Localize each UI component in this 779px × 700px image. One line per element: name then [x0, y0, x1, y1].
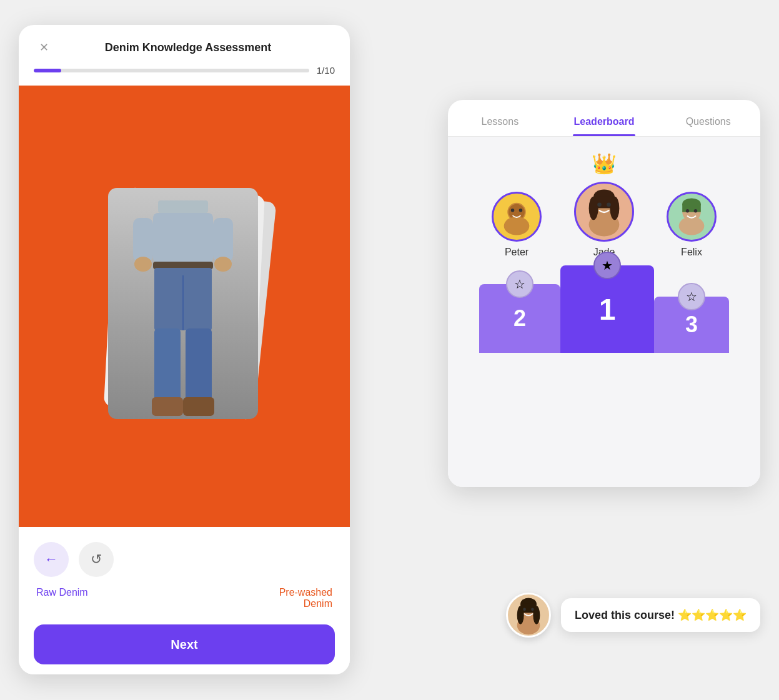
tab-leaderboard[interactable]: Leaderboard — [552, 110, 657, 136]
svg-rect-6 — [186, 328, 212, 403]
review-stars: ⭐⭐⭐⭐⭐ — [678, 609, 747, 621]
podium-1: ★ 1 — [560, 265, 654, 353]
podium-star-3: ☆ — [678, 283, 705, 310]
reviewer-avatar — [506, 593, 551, 638]
avatar-jade — [574, 182, 634, 242]
back-label: Raw Denim — [36, 587, 88, 609]
photo-card-main — [108, 188, 258, 419]
podium-2: ☆ 2 — [479, 284, 560, 353]
svg-point-24 — [589, 197, 598, 220]
svg-point-40 — [517, 606, 524, 624]
review-bubble-container: Loved this course! ⭐⭐⭐⭐⭐ — [506, 593, 760, 638]
svg-point-33 — [686, 209, 690, 213]
nav-labels: Raw Denim Pre-washedDenim — [34, 587, 335, 609]
svg-rect-1 — [153, 213, 213, 263]
svg-point-26 — [597, 202, 602, 207]
jeans-figure-svg — [108, 188, 258, 419]
tabs-row: Lessons Leaderboard Questions — [448, 100, 760, 137]
assessment-header: ✕ Denim Knowledge Assessment — [19, 25, 350, 65]
avatar-felix — [667, 192, 717, 242]
forward-label: Pre-washedDenim — [279, 587, 332, 609]
podium-row: ☆ 2 ★ 1 ☆ 3 — [460, 265, 748, 353]
progress-bar-fill — [34, 69, 61, 72]
svg-point-42 — [523, 608, 526, 611]
podium-3: ☆ 3 — [654, 297, 729, 353]
progress-label: 1/10 — [317, 65, 335, 76]
tab-questions[interactable]: Questions — [656, 110, 760, 136]
assessment-title: Denim Knowledge Assessment — [61, 41, 315, 54]
review-bubble: Loved this course! ⭐⭐⭐⭐⭐ — [561, 598, 760, 632]
felix-name: Felix — [681, 247, 702, 258]
svg-point-34 — [694, 209, 698, 213]
svg-rect-10 — [213, 218, 233, 262]
back-button[interactable]: ← — [34, 542, 69, 577]
podium-star-1: ★ — [593, 252, 621, 279]
progress-bar-track — [34, 69, 309, 72]
svg-rect-0 — [158, 200, 208, 213]
assessment-card: ✕ Denim Knowledge Assessment 1/10 — [19, 25, 350, 674]
close-button[interactable]: ✕ — [34, 37, 54, 57]
photo-stack — [97, 188, 272, 425]
leaderboard-content: 👑 Peter — [448, 137, 760, 487]
svg-point-27 — [607, 202, 611, 207]
svg-point-41 — [533, 606, 540, 624]
image-area — [19, 86, 350, 527]
podium-number-3: 3 — [685, 312, 698, 338]
next-button[interactable]: Next — [34, 624, 335, 664]
tab-lessons[interactable]: Lessons — [448, 110, 552, 136]
progress-bar-row: 1/10 — [19, 65, 350, 86]
svg-rect-8 — [183, 397, 214, 416]
svg-rect-32 — [682, 204, 701, 212]
svg-rect-7 — [152, 397, 183, 416]
peter-name: Peter — [505, 247, 528, 258]
reset-button[interactable]: ↺ — [79, 542, 114, 577]
podium-number-1: 1 — [599, 292, 616, 327]
leaderboard-card: Lessons Leaderboard Questions 👑 — [448, 100, 760, 487]
svg-point-12 — [214, 257, 232, 272]
controls-area: ← ↺ Raw Denim Pre-washedDenim Next — [19, 527, 350, 674]
podium-star-2: ☆ — [506, 270, 533, 298]
svg-point-25 — [610, 197, 619, 220]
nav-buttons: ← ↺ — [34, 542, 335, 577]
podium-number-2: 2 — [514, 305, 526, 332]
svg-rect-9 — [133, 218, 153, 262]
crown-icon: 👑 — [592, 152, 617, 175]
svg-point-17 — [511, 209, 515, 212]
svg-rect-5 — [154, 328, 181, 403]
svg-point-30 — [679, 217, 705, 235]
svg-point-18 — [519, 209, 523, 212]
avatar-slot-jade: Jade — [560, 182, 648, 260]
avatar-peter — [492, 192, 542, 242]
svg-point-16 — [504, 217, 530, 235]
svg-point-11 — [134, 257, 152, 272]
avatars-row: Peter — [460, 182, 748, 260]
svg-point-43 — [531, 608, 534, 611]
avatar-slot-felix: Felix — [648, 192, 735, 260]
avatar-slot-peter: Peter — [473, 192, 560, 260]
